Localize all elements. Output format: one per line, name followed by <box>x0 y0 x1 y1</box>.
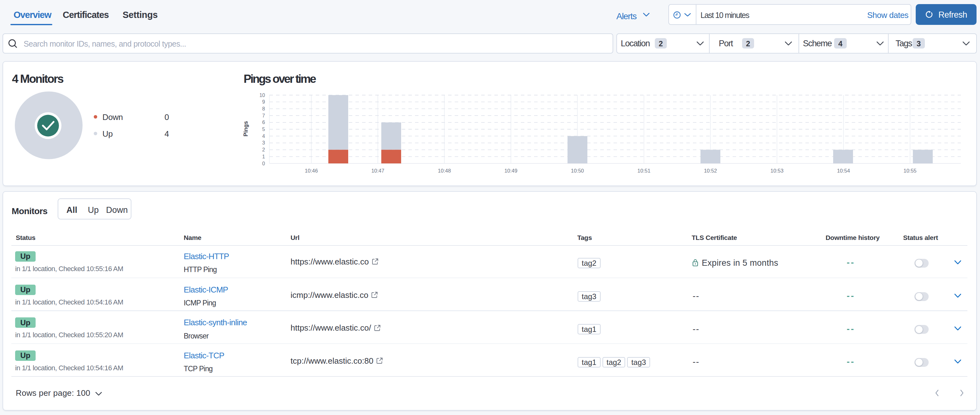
svg-text:10:50: 10:50 <box>571 168 584 174</box>
svg-text:5: 5 <box>262 127 265 132</box>
svg-text:10:53: 10:53 <box>770 168 783 174</box>
svg-text:10:46: 10:46 <box>305 168 318 174</box>
svg-text:10:54: 10:54 <box>837 168 850 174</box>
svg-text:6: 6 <box>262 120 265 125</box>
svg-text:1: 1 <box>262 154 265 159</box>
svg-text:2: 2 <box>262 147 265 152</box>
svg-text:10: 10 <box>259 93 265 98</box>
svg-text:9: 9 <box>262 99 265 105</box>
svg-text:10:52: 10:52 <box>704 168 717 174</box>
svg-text:10:51: 10:51 <box>638 168 651 174</box>
svg-text:10:49: 10:49 <box>504 168 517 174</box>
svg-text:8: 8 <box>262 106 265 111</box>
svg-text:7: 7 <box>262 113 265 119</box>
svg-text:10:47: 10:47 <box>371 168 384 174</box>
svg-text:10:55: 10:55 <box>904 168 916 174</box>
svg-text:0: 0 <box>262 161 265 166</box>
svg-text:3: 3 <box>262 140 265 146</box>
svg-text:Pings: Pings <box>243 121 249 136</box>
svg-text:4: 4 <box>262 133 265 139</box>
svg-text:10:48: 10:48 <box>438 168 451 174</box>
